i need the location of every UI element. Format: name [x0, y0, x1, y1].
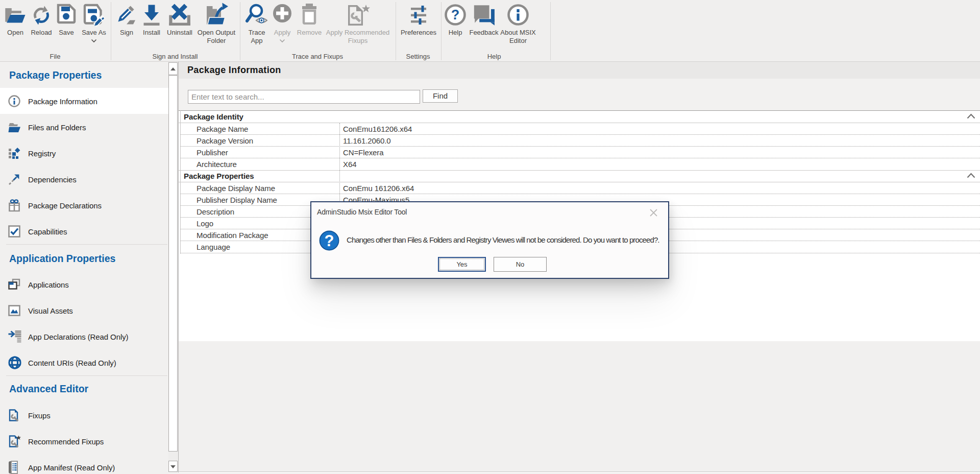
svg-text:?: ? — [325, 232, 334, 250]
svg-text:?: ? — [451, 7, 460, 22]
